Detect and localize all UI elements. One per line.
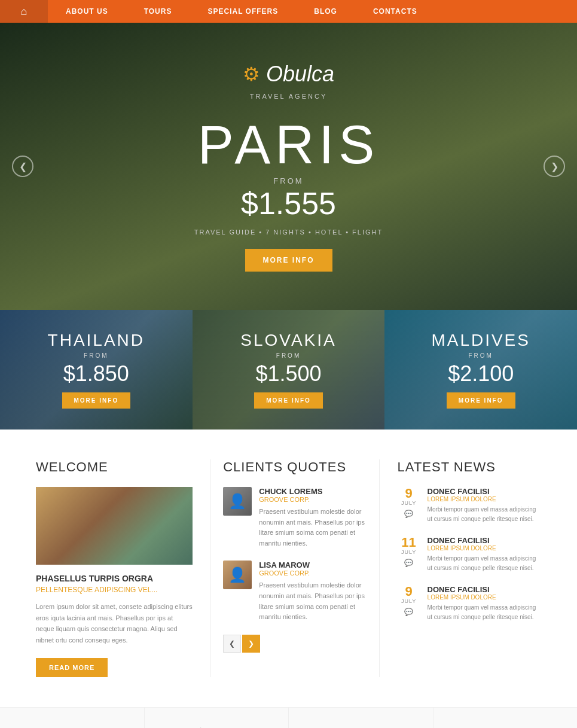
thailand-from: FROM [84, 352, 108, 359]
quotes-title: CLIENTS QUOTES [223, 459, 367, 475]
main-nav: ⌂ ABOUT US TOURS SPECIAL OFFERS BLOG CON… [0, 0, 577, 23]
news-day-1: 9 [405, 487, 412, 500]
thailand-button[interactable]: MORE INFO [62, 392, 131, 409]
news-day-2: 11 [401, 536, 416, 549]
news-item-3: 9 JULY 💬 DONEC FACILISI LOREM IPSUM DOLO… [398, 585, 541, 622]
news-text-3: Morbi tempor quam vel massa adipiscing u… [428, 603, 541, 622]
welcome-column: WELCOME PHASELLUS TURPIS ORGRA PELLENTES… [36, 459, 210, 677]
news-column: LATEST NEWS 9 JULY 💬 DONEC FACILISI LORE… [379, 459, 541, 677]
slovakia-button[interactable]: MORE INFO [254, 392, 323, 409]
hero-logo: ⚙ Obulca [243, 62, 334, 87]
right-arrow-icon: ❯ [551, 161, 558, 172]
quote-item-1: 👤 CHUCK LOREMS GROOVE CORP. Praesent ves… [223, 487, 367, 549]
news-comment-icon-1: 💬 [404, 510, 413, 518]
news-title-2: DONEC FACILISI [428, 536, 541, 545]
news-subtitle-2: LOREM IPSUM DOLORE [428, 545, 541, 552]
nav-tours[interactable]: TOURS [126, 0, 190, 23]
main-content: WELCOME PHASELLUS TURPIS ORGRA PELLENTES… [0, 430, 577, 707]
hero-city: PARIS [198, 118, 379, 172]
news-text-1: Morbi tempor quam vel massa adipiscing u… [428, 505, 541, 524]
quote-info-1: CHUCK LOREMS GROOVE CORP. Praesent vesti… [259, 487, 367, 549]
news-comment-icon-2: 💬 [404, 559, 413, 567]
welcome-subtitle: PHASELLUS TURPIS ORGRA [36, 574, 193, 583]
hero-next-button[interactable]: ❯ [544, 156, 565, 177]
hero-from-label: FROM [273, 176, 303, 185]
news-subtitle-1: LOREM IPSUM DOLORE [428, 496, 541, 502]
partner-czech-airlines: ✈ CZECHAIRLINES [145, 708, 289, 728]
news-month-2: JULY [401, 549, 416, 555]
left-arrow-icon: ❮ [19, 161, 27, 172]
destination-maldives: MALDIVES FROM $2.100 MORE INFO [384, 310, 577, 430]
news-month-3: JULY [401, 598, 416, 604]
quote-name-2: LISA MAROW [259, 561, 367, 569]
hero-prev-button[interactable]: ❮ [12, 156, 33, 177]
quotes-prev-button[interactable]: ❮ [223, 635, 241, 653]
quotes-navigation: ❮ ❯ [223, 635, 367, 653]
news-info-3: DONEC FACILISI LOREM IPSUM DOLORE Morbi … [428, 585, 541, 622]
slovakia-from: FROM [276, 352, 301, 359]
quote-name-1: CHUCK LOREMS [259, 487, 367, 496]
news-date-3: 9 JULY 💬 [398, 585, 420, 622]
hero-features: TRAVEL GUIDE • 7 NIGHTS • HOTEL • FLIGHT [194, 229, 383, 236]
home-button[interactable]: ⌂ [0, 0, 48, 23]
hero-price: $1.555 [241, 185, 336, 221]
welcome-image [36, 487, 193, 565]
news-item-1: 9 JULY 💬 DONEC FACILISI LOREM IPSUM DOLO… [398, 487, 541, 524]
destination-thailand: THAILAND FROM $1.850 MORE INFO [0, 310, 193, 430]
news-title-1: DONEC FACILISI [428, 487, 541, 496]
nav-blog[interactable]: BLOG [296, 0, 355, 23]
news-date-2: 11 JULY 💬 [398, 536, 420, 573]
quote-info-2: LISA MAROW GROOVE CORP. Praesent vestibu… [259, 561, 367, 622]
quote-company-1: GROOVE CORP. [259, 496, 367, 503]
partner-swiss: + SWISS [289, 708, 433, 728]
maldives-name: MALDIVES [431, 331, 530, 350]
wheel-icon: ⚙ [243, 63, 260, 86]
quote-company-2: GROOVE CORP. [259, 569, 367, 577]
news-date-1: 9 JULY 💬 [398, 487, 420, 524]
hero-tagline: TRAVEL AGENCY [250, 93, 327, 100]
slovakia-name: SLOVAKIA [240, 331, 336, 350]
news-subtitle-3: LOREM IPSUM DOLORE [428, 594, 541, 601]
maldives-from: FROM [468, 352, 493, 359]
quote-item-2: 👤 LISA MAROW GROOVE CORP. Praesent vesti… [223, 561, 367, 622]
news-info-2: DONEC FACILISI LOREM IPSUM DOLORE Morbi … [428, 536, 541, 573]
news-title-3: DONEC FACILISI [428, 585, 541, 594]
read-more-button[interactable]: READ MORE [36, 658, 108, 677]
destinations-section: THAILAND FROM $1.850 MORE INFO SLOVAKIA … [0, 310, 577, 430]
nav-contacts[interactable]: CONTACTS [355, 0, 435, 23]
news-text-2: Morbi tempor quam vel massa adipiscing u… [428, 554, 541, 573]
quote-text-1: Praesent vestibulum molestie dolor nonum… [259, 507, 367, 549]
destination-slovakia: SLOVAKIA FROM $1.500 MORE INFO [193, 310, 385, 430]
nav-items: ABOUT US TOURS SPECIAL OFFERS BLOG CONTA… [48, 0, 577, 23]
maldives-price: $2.100 [448, 361, 514, 386]
news-info-1: DONEC FACILISI LOREM IPSUM DOLORE Morbi … [428, 487, 541, 524]
quotes-next-button[interactable]: ❯ [242, 635, 260, 653]
nav-about[interactable]: ABOUT US [48, 0, 126, 23]
news-title: LATEST NEWS [398, 459, 541, 475]
quote-text-2: Praesent vestibulum molestie dolor nonum… [259, 580, 367, 622]
slovakia-price: $1.500 [255, 361, 321, 386]
quotes-column: CLIENTS QUOTES 👤 CHUCK LOREMS GROOVE COR… [210, 459, 378, 677]
welcome-title: WELCOME [36, 459, 193, 475]
quote-avatar-1: 👤 [223, 487, 252, 516]
welcome-text: Lorem ipsum dolor sit amet, consete adip… [36, 601, 193, 646]
quote-avatar-2: 👤 [223, 561, 252, 589]
news-item-2: 11 JULY 💬 DONEC FACILISI LOREM IPSUM DOL… [398, 536, 541, 573]
maldives-button[interactable]: MORE INFO [447, 392, 515, 409]
partners-section: American Airlines ✈ ✈ CZECHAIRLINES + SW… [0, 707, 577, 728]
thailand-price: $1.850 [63, 361, 129, 386]
hero-section: ❮ ⚙ Obulca TRAVEL AGENCY PARIS FROM $1.5… [0, 23, 577, 310]
partner-american-airlines: American Airlines ✈ [0, 708, 145, 728]
news-day-3: 9 [405, 585, 412, 598]
brand-name: Obulca [266, 62, 334, 87]
thailand-name: THAILAND [48, 331, 145, 350]
nav-special-offers[interactable]: SPECIAL OFFERS [190, 0, 296, 23]
partner-virgin: Virgin [433, 708, 578, 728]
news-month-1: JULY [401, 500, 416, 506]
welcome-subtitle-link[interactable]: PELLENTESQUE ADIPISCING VEL... [36, 586, 193, 594]
news-comment-icon-3: 💬 [404, 608, 413, 616]
home-icon: ⌂ [21, 5, 28, 18]
hero-more-info-button[interactable]: MORE INFO [245, 249, 332, 272]
